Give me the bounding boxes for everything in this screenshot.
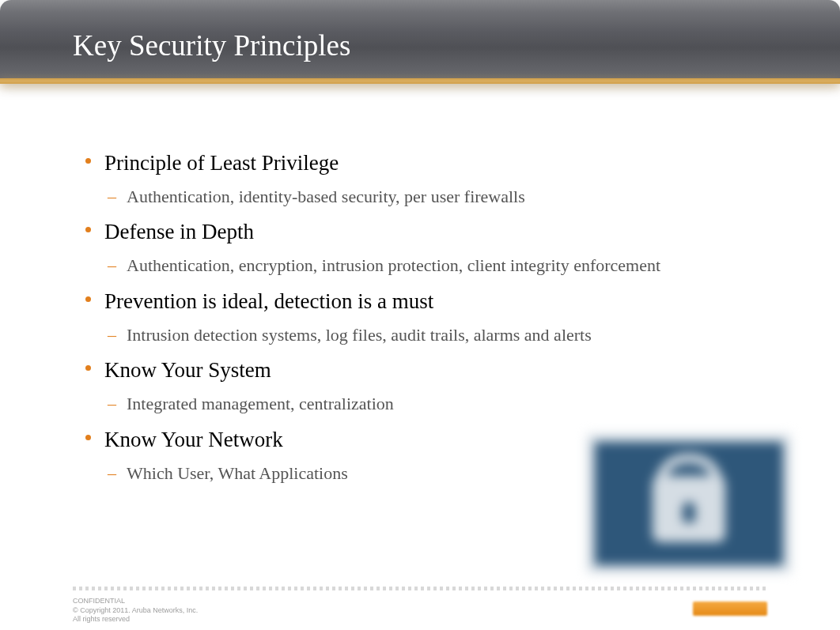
item-title: Know Your System	[85, 357, 793, 384]
footer-copyright: © Copyright 2011. Aruba Networks, Inc.	[73, 606, 198, 615]
slide: Key Security Principles Principle of Lea…	[0, 0, 840, 630]
item-title: Principle of Least Privilege	[85, 150, 793, 177]
slide-title: Key Security Principles	[73, 28, 350, 62]
item-sub: Intrusion detection systems, log files, …	[85, 323, 744, 347]
item-title: Defense in Depth	[85, 219, 793, 246]
item-sub: Authentication, encryption, intrusion pr…	[85, 254, 744, 277]
list-item: Principle of Least Privilege Authenticat…	[85, 150, 793, 208]
lock-icon	[587, 434, 791, 573]
brand-logo	[693, 602, 767, 616]
list-item: Know Your System Integrated management, …	[85, 357, 793, 415]
title-bar: Key Security Principles	[0, 0, 840, 79]
title-underline	[0, 78, 840, 84]
item-sub: Authentication, identity-based security,…	[85, 185, 744, 209]
footer-divider	[73, 587, 767, 590]
item-title: Prevention is ideal, detection is a must	[85, 289, 793, 315]
list-item: Defense in Depth Authentication, encrypt…	[85, 219, 793, 277]
footer-text: CONFIDENTIAL © Copyright 2011. Aruba Net…	[73, 597, 198, 624]
list-item: Prevention is ideal, detection is a must…	[85, 289, 793, 346]
footer-rights: All rights reserved	[73, 615, 198, 624]
footer-confidential: CONFIDENTIAL	[73, 597, 198, 605]
item-sub: Integrated management, centralization	[85, 392, 744, 416]
